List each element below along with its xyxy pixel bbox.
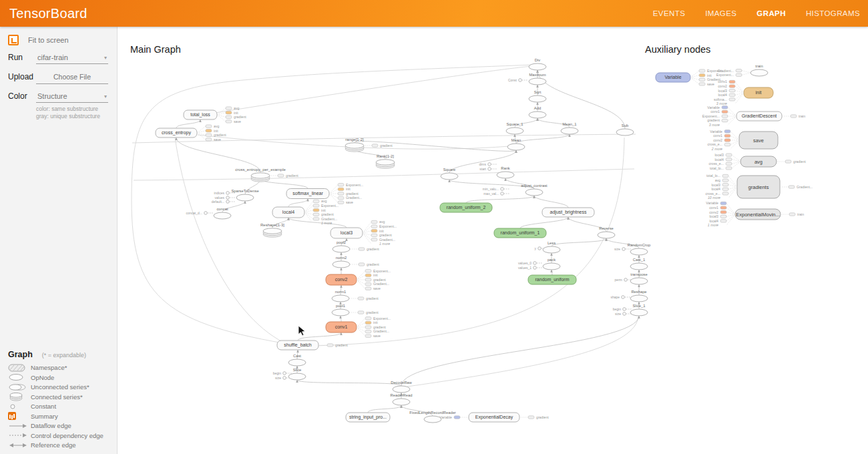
choose-file-button[interactable]: Choose File (36, 71, 108, 84)
constant-node[interactable] (622, 296, 625, 299)
node-train[interactable]: train (750, 64, 768, 76)
annotation-node[interactable] (720, 220, 726, 222)
node-pool2[interactable]: pool2 (333, 240, 350, 252)
node-local4[interactable]: local4 (272, 207, 304, 218)
annotation-node[interactable] (338, 192, 344, 195)
node-adjust_contrast[interactable]: adjust_contrast (521, 184, 548, 196)
node-RankS[interactable]: Rank[1-2] (376, 154, 395, 168)
constant-node[interactable] (488, 163, 491, 166)
annotation-node[interactable] (722, 188, 728, 190)
fit-to-screen-icon[interactable] (8, 35, 19, 45)
annotation-node[interactable] (313, 218, 319, 220)
annotation-node[interactable] (726, 158, 732, 161)
annotation-node[interactable] (359, 248, 365, 250)
annotation-node[interactable] (365, 334, 371, 337)
node-random_uniform_2[interactable]: random_uniform_2 (440, 203, 492, 212)
node-avg[interactable]: avg (740, 156, 777, 167)
annotation-node[interactable] (726, 162, 732, 165)
annotation-node[interactable] (313, 200, 319, 202)
annotation-node[interactable] (371, 234, 377, 236)
tab-images[interactable]: IMAGES (704, 5, 738, 21)
node-total_loss[interactable]: total_loss (184, 110, 217, 120)
annotation-node[interactable] (313, 213, 319, 216)
annotation-node[interactable] (206, 130, 212, 132)
node-conv1[interactable]: conv1 (326, 322, 357, 332)
annotation-node[interactable] (365, 326, 371, 328)
annotation-node[interactable] (327, 344, 333, 347)
constant-node[interactable] (533, 262, 537, 265)
annotation-node[interactable] (699, 74, 705, 77)
annotation-node[interactable] (724, 130, 730, 133)
annotation-node[interactable] (729, 80, 735, 83)
annotation-node[interactable] (699, 83, 705, 85)
annotation-node[interactable] (365, 278, 371, 281)
annotation-node[interactable] (338, 184, 344, 186)
annotation-node[interactable] (358, 297, 364, 300)
node-expMov[interactable]: ExponentialMovin... (735, 209, 781, 220)
annotation-node[interactable] (454, 416, 460, 419)
node-random_uniform_1[interactable]: random_uniform_1 (494, 228, 546, 238)
annotation-node[interactable] (729, 85, 735, 87)
constant-node[interactable] (623, 308, 626, 311)
annotation-node[interactable] (724, 139, 730, 142)
annotation-node[interactable] (365, 282, 371, 285)
color-select[interactable]: Structure ▾ (36, 91, 108, 103)
annotation-node[interactable] (726, 154, 732, 156)
node-SparseToDense[interactable]: SparseToDense (231, 189, 258, 201)
annotation-node[interactable] (278, 174, 284, 177)
node-Cast_1[interactable]: Cast_1 (630, 258, 648, 270)
node-Reshape13[interactable]: Reshape[1-3] (260, 223, 284, 237)
node-Square_1[interactable]: Square_1 (506, 122, 523, 134)
annotation-node[interactable] (789, 186, 795, 188)
annotation-node[interactable] (722, 192, 728, 195)
annotation-node[interactable] (226, 120, 232, 123)
constant-node[interactable] (226, 192, 230, 195)
constant-node[interactable] (226, 196, 230, 200)
annotation-node[interactable] (372, 144, 378, 147)
annotation-node[interactable] (785, 160, 791, 163)
annotation-node[interactable] (736, 69, 742, 72)
annotation-node[interactable] (226, 116, 232, 118)
tab-events[interactable]: EVENTS (652, 5, 686, 21)
node-GradientDescent[interactable]: GradientDescent (736, 111, 782, 121)
node-Mean[interactable]: Mean (507, 138, 525, 150)
node-Slice[interactable]: Slice (288, 368, 306, 380)
node-norm1[interactable]: norm1 (332, 290, 349, 302)
annotation-node[interactable] (358, 311, 364, 314)
node-random_uniform[interactable]: random_uniform (528, 275, 576, 284)
annotation-node[interactable] (371, 238, 377, 241)
tab-graph[interactable]: GRAPH (755, 5, 787, 21)
annotation-node[interactable] (371, 220, 377, 223)
annotation-node[interactable] (722, 184, 728, 186)
constant-node[interactable] (624, 278, 628, 282)
annotation-node[interactable] (722, 115, 728, 118)
node-init[interactable]: init (744, 87, 773, 98)
node-Slice_1[interactable]: Slice_1 (630, 304, 648, 316)
constant-node[interactable] (488, 168, 491, 171)
node-Variable[interactable]: Variable (656, 73, 690, 82)
annotation-node[interactable] (722, 110, 728, 113)
node-pack[interactable]: pack (543, 258, 560, 270)
annotation-node[interactable] (720, 202, 726, 204)
annotation-node[interactable] (736, 73, 742, 76)
annotation-node[interactable] (338, 188, 344, 190)
constant-node[interactable] (623, 312, 626, 316)
annotation-node[interactable] (720, 215, 726, 218)
annotation-node[interactable] (365, 287, 371, 290)
annotation-node[interactable] (359, 263, 365, 266)
annotation-node[interactable] (371, 230, 377, 232)
node-Reshape_r[interactable]: Reshape (630, 290, 648, 302)
graph-canvas[interactable]: Constdimsstartmin_valu...max_val...yvalu… (0, 0, 868, 454)
annotation-node[interactable] (371, 225, 377, 228)
annotation-node[interactable] (729, 89, 735, 92)
annotation-node[interactable] (722, 179, 728, 182)
annotation-node[interactable] (206, 125, 212, 128)
annotation-node[interactable] (720, 211, 726, 214)
annotation-node[interactable] (365, 270, 371, 272)
node-sipp[interactable]: string_input_pro... (346, 413, 390, 422)
node-norm2[interactable]: norm2 (333, 256, 350, 268)
constant-node[interactable] (622, 248, 626, 251)
node-softmax_linear[interactable]: softmax_linear (286, 189, 329, 199)
annotation-node[interactable] (729, 98, 735, 101)
node-transpose[interactable]: transpose (630, 272, 648, 284)
